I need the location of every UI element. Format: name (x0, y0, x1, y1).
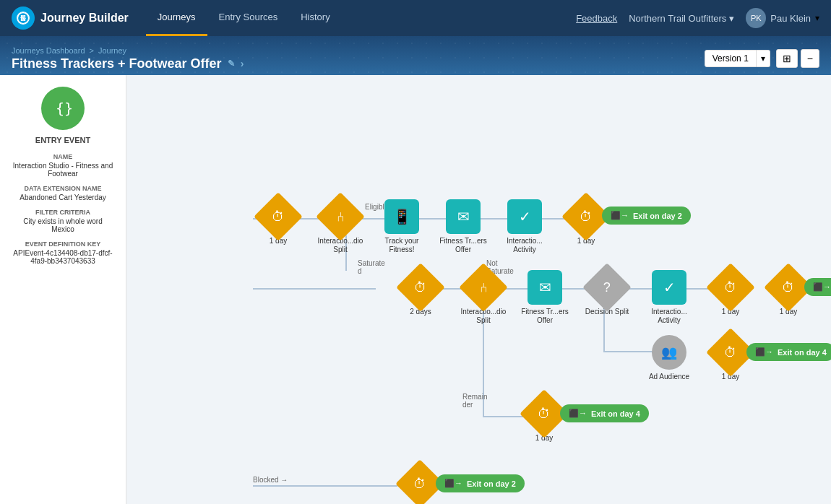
entry-filter-value: City exists in whole word Mexico (12, 217, 114, 233)
node-interaction-activity-r2-label: Interactio...Activity (651, 308, 686, 325)
node-ad-audience[interactable]: 👥 Ad Audience (643, 335, 695, 381)
clock-icon-r2-2: ⏱ (782, 280, 795, 295)
entry-name-value: Interaction Studio - Fitness and Footwea… (12, 162, 114, 178)
canvas-inner: ⏱ 1 day ⑃ Interactio...dioSplit Eligible… (141, 90, 791, 504)
exit-node-day4-r4[interactable]: ⬛→ Exit on day 4 (560, 404, 649, 422)
node-ad-audience-label: Ad Audience (649, 373, 689, 381)
app-title: Journey Builder (40, 12, 129, 25)
connector-blocked (253, 485, 397, 487)
breadcrumb-current: Journey (98, 46, 126, 55)
question-icon: ? (603, 279, 611, 295)
nav-arrow-icon[interactable]: › (241, 58, 244, 69)
entry-event-panel: {} ENTRY EVENT NAME Interaction Studio -… (0, 75, 126, 504)
breadcrumb-root[interactable]: Journeys Dashboard (12, 46, 85, 55)
node-fitness-offer-r1-label: Fitness Tr...ersOffer (439, 237, 487, 254)
app-logo: Journey Builder (12, 6, 129, 30)
org-name: Northern Trail Outfitters (629, 13, 726, 24)
version-dropdown-icon[interactable]: ▾ (757, 50, 770, 67)
clock-icon-r5: ⏱ (413, 477, 426, 492)
audience-icon: 👥 (661, 344, 677, 360)
node-fitness-offer-r2[interactable]: ✉ Fitness Tr...ersOffer (519, 270, 571, 325)
org-selector[interactable]: Northern Trail Outfitters ▾ (629, 13, 734, 24)
node-1day-r1[interactable]: ⏱ 1 day (252, 199, 304, 246)
journey-title: Fitness Trackers + Footwear Offer (12, 56, 222, 71)
blocked-label: Blocked → (253, 476, 288, 484)
breadcrumb-sep: > (90, 46, 94, 55)
node-interaction-split-r2[interactable]: ⑃ Interactio...dioSplit (457, 270, 509, 325)
logo-icon (12, 6, 35, 30)
node-fitness-offer-r2-label: Fitness Tr...ersOffer (521, 308, 569, 325)
clock-icon-r2: ⏱ (414, 280, 427, 295)
nav-tabs: Journeys Entry Sources History (146, 0, 576, 36)
node-track-fitness[interactable]: 📱 Track yourFitness! (376, 199, 428, 254)
exit-label-day4-r4: Exit on day 4 (591, 409, 640, 418)
exit-icon-day2-r5: ⬛→ (444, 479, 462, 488)
entry-eventkey-label: EVENT DEFINITION KEY (25, 240, 101, 248)
user-badge[interactable]: PK Pau Klein ▾ (746, 8, 819, 28)
node-interaction-split-r1[interactable]: ⑃ Interactio...dioSplit (314, 199, 366, 254)
node-2days-r2[interactable]: ⏱ 2 days (395, 270, 447, 316)
saturated-label-1: Saturated (358, 259, 385, 275)
breadcrumb: Journeys Dashboard > Journey (12, 46, 244, 55)
exit-node-day5[interactable]: ⬛→ Exit on day 5 (804, 278, 831, 296)
split-icon-r2: ⑃ (480, 280, 488, 295)
tab-history[interactable]: History (289, 0, 341, 36)
split-icon: ⑃ (337, 209, 345, 225)
node-interaction-activity-r1-label: Interactio...Activity (507, 237, 542, 254)
remainder-label-r4: Remainder (462, 393, 487, 409)
clock-icon-r3: ⏱ (724, 345, 737, 360)
user-avatar: PK (746, 8, 766, 28)
entry-name-label: NAME (53, 153, 73, 160)
user-name: Pau Klein (770, 13, 811, 24)
top-nav: Journey Builder Journeys Entry Sources H… (0, 0, 831, 36)
sub-header: Journeys Dashboard > Journey Fitness Tra… (0, 36, 831, 75)
connector-row2-left (253, 288, 376, 290)
node-track-fitness-label: Track yourFitness! (385, 237, 419, 254)
clock-icon: ⏱ (272, 209, 285, 225)
feedback-link[interactable]: Feedback (576, 13, 617, 24)
entry-event-icon: {} (41, 87, 85, 130)
exit-node-day4-r3[interactable]: ⬛→ Exit on day 4 (746, 343, 831, 361)
exit-node-day2-r1[interactable]: ⬛→ Exit on day 2 (602, 207, 691, 225)
version-label[interactable]: Version 1 (705, 50, 757, 67)
main-content: {} ENTRY EVENT NAME Interaction Studio -… (0, 75, 831, 504)
exit-icon-day4-r4: ⬛→ (569, 409, 587, 418)
exit-label-r1: Exit on day 2 (633, 212, 682, 220)
exit-icon-day5: ⬛→ (813, 282, 831, 292)
node-1day-r2-1[interactable]: ⏱ 1 day (705, 270, 757, 316)
node-interaction-activity-r2[interactable]: ✓ Interactio...Activity (643, 270, 695, 325)
nav-right: Feedback Northern Trail Outfitters ▾ PK … (576, 8, 819, 28)
exit-label-day2-r5: Exit on day 2 (467, 479, 516, 488)
entry-eventkey-value: APIEvent-4c134408-db17-dfcf-4fa9-bb34370… (12, 249, 114, 265)
entry-dataext-value: Abandoned Cart Yesterday (20, 194, 106, 201)
entry-dataext-label: DATA EXTENSION NAME (25, 185, 102, 192)
exit-node-day2-r5[interactable]: ⬛→ Exit on day 2 (436, 474, 525, 492)
zoom-out-button[interactable]: − (801, 49, 819, 68)
entry-event-label: ENTRY EVENT (35, 136, 90, 144)
exit-label-day4-r3: Exit on day 4 (778, 348, 827, 357)
activity-icon-r2: ✓ (663, 279, 676, 296)
user-dropdown-icon: ▾ (815, 13, 819, 23)
node-decision-split[interactable]: ? Decision Split (581, 270, 633, 316)
svg-text:{}: {} (56, 100, 73, 117)
org-dropdown-icon: ▾ (729, 13, 734, 24)
exit-icon-day4-r3: ⬛→ (755, 347, 773, 357)
node-fitness-offer-r1[interactable]: ✉ Fitness Tr...ersOffer (437, 199, 489, 254)
clock-icon-r4: ⏱ (538, 407, 551, 422)
version-selector[interactable]: Version 1 ▾ (705, 50, 770, 67)
journey-canvas[interactable]: ⏱ 1 day ⑃ Interactio...dioSplit Eligible… (126, 75, 831, 504)
entry-filter-label: FILTER CRITERIA (35, 209, 90, 216)
clock-icon-r2-1: ⏱ (724, 280, 737, 295)
breadcrumb-area: Journeys Dashboard > Journey Fitness Tra… (12, 46, 244, 71)
edit-icon[interactable]: ✎ (228, 58, 235, 69)
activity-icon: ✓ (519, 208, 531, 225)
tab-journeys[interactable]: Journeys (146, 0, 207, 36)
node-interaction-activity-r1[interactable]: ✓ Interactio...Activity (499, 199, 551, 254)
email-icon: ✉ (457, 208, 470, 225)
page-title: Fitness Trackers + Footwear Offer ✎ › (12, 56, 244, 71)
exit-icon-r1: ⬛→ (611, 211, 629, 220)
zoom-fit-button[interactable]: ⊞ (776, 49, 798, 68)
tab-entry-sources[interactable]: Entry Sources (207, 0, 290, 36)
toolbar-icons: ⊞ − (776, 49, 819, 68)
clock-icon-2: ⏱ (580, 209, 593, 225)
